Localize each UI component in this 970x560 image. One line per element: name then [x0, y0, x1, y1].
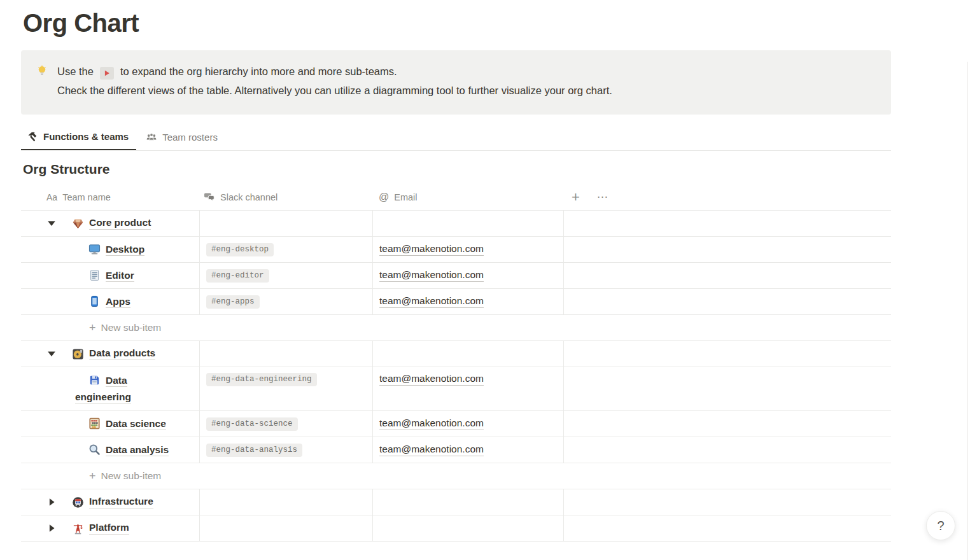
email-cell	[372, 515, 563, 541]
table-row: Infrastructure	[21, 489, 891, 515]
slack-channel-cell: #eng-data-analysis	[199, 437, 372, 463]
more-options-button[interactable]: ⋯	[597, 192, 608, 202]
team-name-cell: Platform	[21, 515, 199, 541]
header-actions: + ⋯	[563, 190, 891, 204]
callout-line-1-suffix: to expand the org hierarchy into more an…	[120, 66, 397, 77]
column-header-slack-channel[interactable]: Slack channel	[199, 192, 372, 202]
empty-cell	[563, 411, 891, 437]
page: Org Chart Use theto expand the org hiera…	[21, 0, 891, 542]
slack-channel-tag[interactable]: #eng-desktop	[206, 243, 274, 256]
help-button[interactable]: ?	[926, 511, 955, 540]
slack-channel-cell	[199, 515, 372, 541]
expand-toggle[interactable]	[45, 217, 58, 230]
desktop-icon	[88, 243, 101, 255]
email-cell: team@makenotion.com	[372, 367, 563, 410]
team-name-link[interactable]: Platform	[89, 522, 129, 535]
team-name-link[interactable]: Apps	[106, 296, 130, 308]
scrollbar[interactable]	[967, 62, 967, 560]
expand-toggle[interactable]	[45, 522, 58, 535]
team-name-link[interactable]: Infrastructure	[89, 496, 153, 508]
email-cell	[372, 489, 563, 515]
new-sub-item-button[interactable]: +New sub-item	[21, 322, 161, 333]
team-name-cell: Infrastructure	[21, 489, 199, 515]
slack-channel-tag[interactable]: #eng-data-science	[206, 417, 298, 431]
table-row: Core product	[21, 210, 891, 236]
column-label: Team name	[62, 192, 111, 202]
team-name-cell: Data products	[21, 341, 199, 367]
table-row: Desktop#eng-desktopteam@makenotion.com	[21, 236, 891, 262]
gem-icon	[72, 218, 84, 230]
team-name-cell: Data science	[21, 411, 199, 437]
new-sub-item-label: New sub-item	[101, 470, 162, 482]
slack-channel-tag[interactable]: #eng-data-analysis	[206, 444, 302, 457]
tab-team-rosters[interactable]: Team rosters	[140, 124, 225, 150]
empty-cell	[563, 367, 891, 410]
metro-icon	[72, 496, 84, 508]
column-label: Slack channel	[220, 192, 278, 202]
team-name-link[interactable]: Data analysis	[106, 444, 169, 456]
table-row: Platform	[21, 515, 891, 542]
email-link[interactable]: team@makenotion.com	[379, 243, 484, 256]
page-title[interactable]: Org Chart	[21, 0, 891, 39]
document-icon	[88, 269, 101, 281]
callout-line-2: Check the different views of the table. …	[57, 81, 612, 100]
expand-toggle[interactable]	[45, 496, 58, 508]
slack-channel-cell: #eng-data-science	[199, 411, 372, 437]
email-link[interactable]: team@makenotion.com	[379, 417, 484, 430]
team-name-link[interactable]: Data science	[106, 418, 166, 430]
table-row: Apps#eng-appsteam@makenotion.com	[21, 288, 891, 314]
slack-channel-tag[interactable]: #eng-apps	[206, 295, 260, 309]
triangle-down-icon	[46, 218, 57, 229]
column-header-email[interactable]: @ Email	[372, 192, 563, 203]
new-sub-item-button[interactable]: +New sub-item	[21, 470, 161, 482]
chat-icon	[204, 192, 215, 202]
expand-arrow-chip	[100, 67, 114, 80]
callout-line-1: Use theto expand the org hierarchy into …	[57, 62, 612, 81]
team-name-cell: Data engineering	[21, 367, 199, 410]
team-name-link[interactable]: Data products	[89, 347, 155, 360]
callout-text: Use theto expand the org hierarchy into …	[57, 62, 612, 103]
email-link[interactable]: team@makenotion.com	[379, 269, 484, 282]
new-sub-item-row: +New sub-item	[21, 314, 891, 340]
plus-icon: +	[89, 322, 96, 333]
plus-icon: +	[89, 470, 96, 482]
tab-functions-teams[interactable]: Functions & teams	[21, 124, 136, 150]
table-body: Core productDesktop#eng-desktopteam@make…	[21, 210, 891, 542]
new-sub-item-label: New sub-item	[101, 322, 162, 333]
expand-toggle[interactable]	[45, 347, 58, 360]
team-name-link[interactable]: Editor	[106, 270, 134, 282]
email-cell	[372, 211, 563, 236]
add-column-button[interactable]: +	[572, 190, 580, 204]
email-link[interactable]: team@makenotion.com	[379, 444, 484, 456]
triangle-right-icon	[46, 522, 57, 534]
column-header-team-name[interactable]: Aa Team name	[21, 192, 199, 202]
team-name-link[interactable]: Core product	[89, 217, 151, 230]
lightbulb-icon	[36, 65, 48, 76]
triangle-right-icon	[46, 496, 57, 508]
slack-channel-cell	[199, 211, 372, 236]
team-name-cell: Editor	[21, 263, 199, 288]
floppy-icon	[88, 374, 101, 386]
slack-channel-tag[interactable]: #eng-editor	[206, 269, 269, 283]
table-row: Editor#eng-editorteam@makenotion.com	[21, 262, 891, 288]
table-row: Data products	[21, 340, 891, 367]
new-sub-item-row: +New sub-item	[21, 463, 891, 489]
team-name-link[interactable]: Data engineering	[75, 375, 131, 403]
slack-channel-cell: #eng-desktop	[199, 237, 372, 262]
email-link[interactable]: team@makenotion.com	[379, 295, 484, 308]
table-header: Aa Team name Slack channel @ Email + ⋯	[21, 184, 891, 210]
email-cell: team@makenotion.com	[372, 237, 563, 262]
empty-cell	[563, 489, 891, 515]
slack-channel-tag[interactable]: #eng-data-engineering	[206, 373, 317, 386]
empty-cell	[563, 515, 891, 541]
email-cell: team@makenotion.com	[372, 411, 563, 437]
team-name-link[interactable]: Desktop	[106, 244, 144, 256]
team-name-cell: Desktop	[21, 237, 199, 262]
triangle-down-icon	[46, 348, 57, 360]
slack-channel-cell: #eng-data-engineering	[199, 367, 372, 410]
email-link[interactable]: team@makenotion.com	[379, 373, 484, 386]
hammer-icon	[27, 131, 38, 143]
table-row: Data analysis#eng-data-analysisteam@make…	[21, 437, 891, 463]
magnifier-icon	[88, 444, 101, 456]
empty-cell	[563, 263, 891, 288]
